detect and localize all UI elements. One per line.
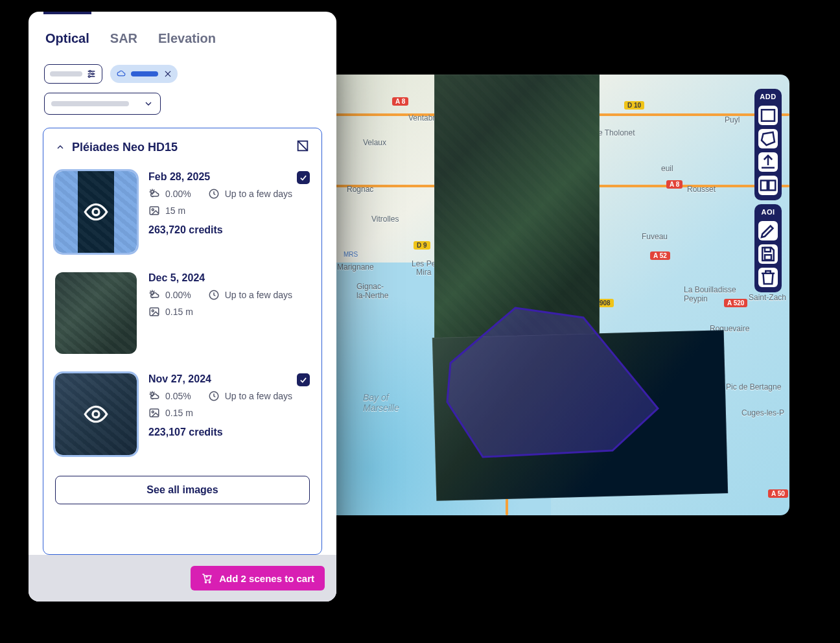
scene-thumbnail[interactable] bbox=[55, 272, 137, 354]
tab-elevation[interactable]: Elevation bbox=[158, 31, 216, 58]
map-layer-button[interactable] bbox=[758, 176, 778, 195]
svg-rect-27 bbox=[150, 409, 159, 417]
svg-point-9 bbox=[92, 73, 94, 75]
add-to-cart-label: Add 2 scenes to cart bbox=[219, 573, 314, 584]
svg-point-30 bbox=[209, 581, 211, 583]
scene-credits: 223,107 credits bbox=[148, 427, 310, 438]
scene-item[interactable]: Feb 28, 2025 0.00% Up to a few days 15 m bbox=[43, 161, 321, 262]
scene-delivery: Up to a few days bbox=[208, 390, 292, 402]
scene-item[interactable]: Nov 27, 2024 0.05% Up to a few days 0.15… bbox=[43, 363, 321, 464]
scene-checkbox[interactable] bbox=[297, 373, 310, 386]
cart-icon bbox=[201, 572, 213, 584]
filter-settings-chip[interactable] bbox=[44, 64, 102, 84]
svg-point-24 bbox=[93, 411, 99, 417]
clock-icon bbox=[208, 390, 220, 402]
map-toolbar-add: ADD bbox=[754, 89, 782, 200]
edit-aoi-button[interactable] bbox=[758, 221, 778, 240]
svg-point-8 bbox=[89, 71, 91, 73]
svg-point-23 bbox=[152, 310, 154, 312]
sliders-icon bbox=[86, 69, 97, 79]
svg-point-19 bbox=[152, 209, 154, 211]
svg-point-15 bbox=[93, 209, 99, 215]
scene-date: Feb 28, 2025 bbox=[148, 171, 310, 183]
scene-cloud: 0.00% bbox=[148, 188, 191, 200]
scene-cloud: 0.00% bbox=[148, 289, 191, 301]
image-icon bbox=[148, 306, 160, 318]
map-panel[interactable]: A 51 A 8 D 10 A 8 D 9 A 52 908 A 520 A 5… bbox=[324, 75, 789, 515]
product-type-tabs: Optical SAR Elevation bbox=[29, 12, 336, 58]
eye-icon bbox=[55, 373, 137, 455]
chevron-up-icon bbox=[55, 142, 65, 152]
draw-polygon-button[interactable] bbox=[758, 129, 778, 148]
cloud-filter-pill[interactable] bbox=[110, 65, 178, 83]
scene-checkbox[interactable] bbox=[297, 171, 310, 184]
svg-point-29 bbox=[205, 581, 207, 583]
cloud-sun-icon bbox=[148, 289, 160, 301]
image-icon bbox=[148, 407, 160, 419]
scene-credits: 263,720 credits bbox=[148, 224, 310, 236]
svg-rect-4 bbox=[765, 255, 771, 260]
clock-icon bbox=[208, 188, 220, 200]
satellite-overlay-tile bbox=[434, 75, 600, 344]
toolbar-aoi-title: AOI bbox=[761, 208, 775, 216]
footprint-toggle-icon[interactable] bbox=[296, 139, 310, 156]
results-frame: Pléiades Neo HD15 Feb 28, 2025 bbox=[43, 128, 322, 555]
cloud-sun-icon bbox=[148, 188, 160, 200]
results-group-header[interactable]: Pléiades Neo HD15 bbox=[43, 128, 321, 161]
map-toolbar-aoi: AOI bbox=[754, 204, 782, 292]
chevron-down-icon bbox=[143, 99, 154, 109]
svg-rect-3 bbox=[765, 248, 771, 251]
dropdown-placeholder bbox=[51, 101, 129, 106]
tab-sar[interactable]: SAR bbox=[110, 31, 137, 58]
toolbar-add-title: ADD bbox=[760, 93, 776, 100]
add-to-cart-button[interactable]: Add 2 scenes to cart bbox=[191, 566, 325, 590]
footer-bar: Add 2 scenes to cart bbox=[29, 555, 336, 602]
svg-point-28 bbox=[152, 411, 154, 413]
svg-line-14 bbox=[298, 141, 308, 151]
svg-rect-18 bbox=[150, 207, 159, 215]
image-icon bbox=[148, 205, 160, 216]
close-icon[interactable] bbox=[163, 69, 172, 78]
clock-icon bbox=[208, 289, 220, 301]
filter-row bbox=[29, 58, 336, 84]
scene-cloud: 0.05% bbox=[148, 390, 191, 402]
scene-thumbnail[interactable] bbox=[55, 373, 137, 455]
scene-date: Dec 5, 2024 bbox=[148, 272, 310, 284]
tab-optical[interactable]: Optical bbox=[45, 31, 89, 58]
cloud-icon bbox=[117, 69, 126, 78]
draw-rectangle-button[interactable] bbox=[758, 106, 778, 125]
scene-resolution: 15 m bbox=[148, 205, 185, 216]
svg-marker-2 bbox=[762, 132, 775, 145]
scene-resolution: 0.15 m bbox=[148, 306, 193, 318]
cloud-sun-icon bbox=[148, 390, 160, 402]
eye-icon bbox=[55, 171, 137, 253]
results-group-title: Pléiades Neo HD15 bbox=[72, 141, 178, 154]
scene-delivery: Up to a few days bbox=[208, 188, 292, 200]
scene-date: Nov 27, 2024 bbox=[148, 373, 310, 385]
scene-item[interactable]: Dec 5, 2024 0.00% Up to a few days 0.15 … bbox=[43, 262, 321, 363]
results-panel: Optical SAR Elevation Pléiades Neo HD15 bbox=[29, 12, 336, 602]
pill-placeholder bbox=[131, 71, 158, 76]
scene-resolution: 0.15 m bbox=[148, 407, 193, 419]
satellite-overlay-tile bbox=[432, 330, 728, 501]
see-all-images-button[interactable]: See all images bbox=[55, 476, 310, 504]
svg-rect-1 bbox=[762, 110, 775, 121]
svg-point-10 bbox=[88, 76, 90, 78]
scene-thumbnail[interactable] bbox=[55, 171, 137, 253]
delete-aoi-button[interactable] bbox=[758, 268, 778, 287]
chip-placeholder bbox=[50, 71, 82, 76]
upload-aoi-button[interactable] bbox=[758, 152, 778, 172]
save-aoi-button[interactable] bbox=[758, 244, 778, 264]
svg-rect-22 bbox=[150, 308, 159, 316]
sort-dropdown[interactable] bbox=[44, 93, 161, 115]
scene-delivery: Up to a few days bbox=[208, 289, 292, 301]
